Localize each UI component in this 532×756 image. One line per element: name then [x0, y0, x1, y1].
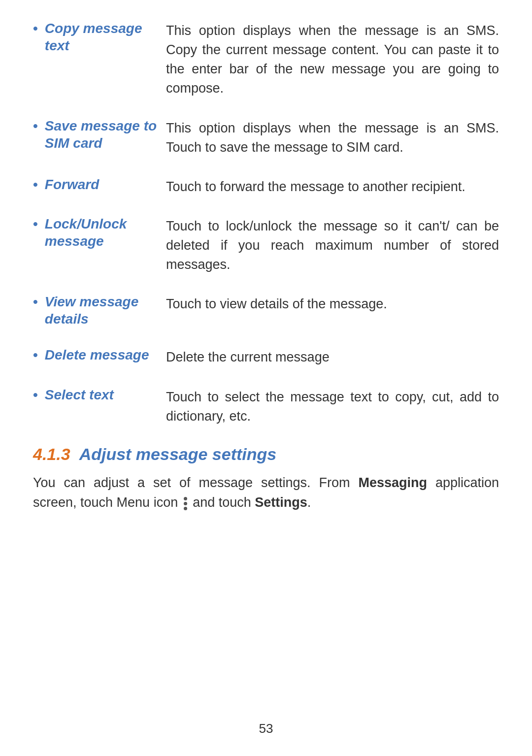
menu-dot-2 [184, 502, 187, 505]
item-list: • Copy message text This option displays… [33, 20, 499, 426]
desc-select-text: Touch to select the message text to copy… [166, 386, 499, 426]
section-body: You can adjust a set of message settings… [33, 473, 499, 513]
list-item: • Select text Touch to select the messag… [33, 386, 499, 426]
section-title: Adjust message settings [79, 445, 277, 464]
term-select-text: Select text [45, 386, 114, 403]
desc-copy-message: This option displays when the message is… [166, 20, 499, 99]
bullet-term-col: • Lock/Unlock message [33, 215, 166, 250]
desc-view-details: Touch to view details of the message. [166, 293, 499, 314]
section-body-settings: Settings [255, 495, 307, 510]
bullet-term-col: • View message details [33, 293, 166, 328]
term-lock-unlock: Lock/Unlock message [45, 215, 166, 250]
bullet-term-col: • Forward [33, 176, 166, 193]
menu-dot-3 [184, 507, 187, 510]
bullet-term-col: • Save message to SIM card [33, 117, 166, 152]
page-container: • Copy message text This option displays… [0, 0, 532, 756]
section-heading: 4.1.3 Adjust message settings [33, 445, 499, 464]
list-item: • Forward Touch to forward the message t… [33, 176, 499, 197]
term-save-sim: Save message to SIM card [45, 117, 166, 152]
bullet-icon: • [33, 347, 38, 363]
list-item: • Delete message Delete the current mess… [33, 346, 499, 367]
bullet-term-col: • Select text [33, 386, 166, 403]
section-body-bold: Messaging [358, 475, 427, 490]
list-item: • Save message to SIM card This option d… [33, 117, 499, 157]
desc-delete-message: Delete the current message [166, 346, 499, 367]
bullet-icon: • [33, 294, 38, 310]
bullet-icon: • [33, 387, 38, 403]
list-item: • Copy message text This option displays… [33, 20, 499, 99]
term-view-details: View message details [45, 293, 166, 328]
section-body-end: . [307, 495, 311, 510]
bullet-icon: • [33, 118, 38, 134]
list-item: • View message details Touch to view det… [33, 293, 499, 328]
desc-forward: Touch to forward the message to another … [166, 176, 499, 197]
section-body-after: and touch [193, 495, 255, 510]
term-delete-message: Delete message [45, 346, 149, 363]
desc-save-sim: This option displays when the message is… [166, 117, 499, 157]
bullet-term-col: • Copy message text [33, 20, 166, 54]
menu-dot-1 [184, 497, 187, 500]
desc-lock-unlock: Touch to lock/unlock the message so it c… [166, 215, 499, 274]
page-number: 53 [33, 721, 499, 736]
term-forward: Forward [45, 176, 99, 193]
section-body-before: You can adjust a set of message settings… [33, 475, 358, 490]
bullet-icon: • [33, 177, 38, 193]
bullet-term-col: • Delete message [33, 346, 166, 363]
menu-icon [184, 497, 187, 510]
term-copy-message: Copy message text [45, 20, 166, 54]
bullet-icon: • [33, 21, 38, 36]
bullet-icon: • [33, 216, 38, 232]
list-item: • Lock/Unlock message Touch to lock/unlo… [33, 215, 499, 274]
section-number: 4.1.3 [33, 445, 70, 464]
